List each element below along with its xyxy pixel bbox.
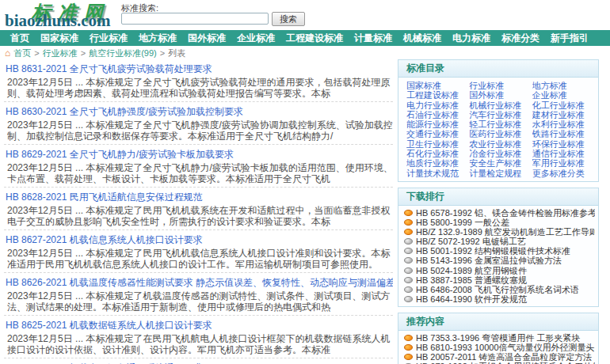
ranking-link[interactable]: HB 3887-1985 普通螺纹塞规 — [416, 275, 527, 285]
site-header: 标准网 biaozhuns.com 标准搜索: 搜索 — [0, 0, 610, 30]
standard-title-link[interactable]: HB 8625-2021 机载数据链系统人机接口设计要求 — [6, 319, 393, 332]
catalog-link[interactable]: 建材行业标准 — [532, 110, 595, 119]
standard-title-link[interactable]: HB 8631-2021 全尺寸飞机疲劳试验载荷处理要求 — [6, 63, 393, 76]
catalog-link[interactable]: 铁路行业标准 — [532, 129, 595, 138]
standard-title-link[interactable]: HB 8629-2021 全尺寸飞机静力/疲劳试验卡板加载要求 — [6, 148, 393, 161]
list-item: HB 8626-2021 机载温度传感器性能测试要求 静态示值误差、恢复特性、动… — [4, 273, 393, 316]
recommended-link[interactable]: HB 6810-1993 10000倍气动量仪用外径测量头 — [416, 343, 595, 352]
catalog-link[interactable]: 企业标准 — [532, 90, 595, 100]
catalog-link[interactable]: 农业行业标准 — [469, 139, 532, 149]
ranking-link[interactable]: HB 5800-1999 一般公差 — [416, 218, 509, 227]
standard-title-link[interactable]: HB 8627-2021 机载信息系统人机接口设计要求 — [6, 233, 393, 247]
rank-badge-icon — [404, 229, 413, 235]
catalog-link[interactable]: 军用行业标准 — [532, 158, 595, 168]
ranking-item: HB 5143-1996 金属室温拉伸试验方法 — [404, 256, 595, 265]
breadcrumb-separator: > — [34, 48, 39, 58]
catalog-link[interactable]: 石化行业标准 — [406, 149, 469, 158]
nav-beginner-guide[interactable]: 新手指引 — [545, 32, 594, 45]
catalog-link[interactable]: 工程建设标准 — [406, 90, 469, 100]
standard-description: 2023年12月5日 ... 本标准规定了全尺寸飞机静强度/疲劳试验协调加载控制… — [4, 120, 393, 142]
catalog-link[interactable]: 轻工行业标准 — [469, 119, 532, 129]
standard-description: 2023年12月5日 ... 本标准规定了民用飞机机载系统在开发和适航过程中，当… — [4, 206, 393, 227]
catalog-grid: 国家标准 行业标准 地方标准 工程建设标准 国外标准 企业标准 电力行业标准 机… — [398, 78, 598, 181]
nav-machinery-standards[interactable]: 机械标准 — [398, 32, 447, 45]
ranking-item: HB 5024-1989 航空用钢锻件 — [404, 266, 595, 275]
catalog-link[interactable]: 能源行业标准 — [406, 119, 469, 129]
ranking-item: HB 6578-1992 铝、镁合金铸件检验用标准参考射 — [404, 208, 595, 218]
catalog-link[interactable]: 冶金行业标准 — [469, 149, 532, 158]
catalog-link[interactable]: 电力行业标准 — [406, 100, 469, 110]
catalog-link[interactable]: 地方标准 — [532, 81, 595, 90]
catalog-link[interactable]: 行业标准 — [469, 81, 532, 90]
breadcrumb-aviation[interactable]: 航空行业标准(99) — [89, 47, 157, 59]
rank-badge-icon — [404, 267, 413, 274]
nav-standard-categories[interactable]: 标准分类 — [496, 32, 545, 45]
rank-badge-icon — [404, 238, 413, 245]
search-button[interactable]: 搜索 — [272, 12, 305, 26]
recommended-link[interactable]: HB 7353.3-1996 弯管模通用件 工形夹紧块 — [416, 333, 580, 343]
standard-title-link[interactable]: HB 8626-2021 机载温度传感器性能测试要求 静态示值误差、恢复特性、动… — [6, 276, 393, 290]
ranking-link[interactable]: HB 5024-1989 航空用钢锻件 — [416, 266, 527, 275]
list-item: HB 8629-2021 全尺寸飞机静力/疲劳试验卡板加载要求 2023年12月… — [4, 145, 393, 188]
standard-description: 2023年12月5日 ... 本标准规定了在民用飞机航电人机接口设计框架下的机载… — [4, 334, 393, 355]
catalog-link[interactable]: 国外标准 — [469, 90, 532, 100]
catalog-link[interactable]: 机械行业标准 — [469, 100, 532, 110]
rank-badge-icon — [404, 335, 413, 341]
standard-description: 2023年12月5日 ... 本标准规定了全尺寸飞机静力/疲劳试验卡板加载的适用… — [4, 163, 393, 184]
panel-download-ranking: 下载排行 HB 6578-1992 铝、镁合金铸件检验用标准参考射 HB 580… — [398, 188, 599, 307]
standard-description: 2023年12月5日 ... 本标准规定了机载温度传感器的测试特性、测试条件、测… — [4, 291, 393, 313]
rank-badge-icon — [404, 219, 413, 226]
ranking-link[interactable]: HB 5001-1992 结构钢锻模锻件技术标准 — [416, 246, 570, 256]
nav-local-standards[interactable]: 地方标准 — [133, 32, 182, 45]
breadcrumb-list: 列表 — [168, 47, 185, 59]
search-input[interactable] — [121, 13, 269, 25]
rank-badge-icon — [404, 296, 413, 302]
standard-title-link[interactable]: HB 8630-2021 全尺寸飞机静强度/疲劳试验加载控制要求 — [6, 105, 393, 119]
catalog-link[interactable]: 石油行业标准 — [406, 110, 469, 119]
ranking-item: HB/Z 5072-1992 电镀锡工艺 — [404, 237, 595, 246]
ranking-link[interactable]: HB/Z 132.9-1989 航空发动机制造工艺工作导则 工 — [416, 227, 595, 237]
ranking-link[interactable]: HB/Z 5072-1992 电镀锡工艺 — [416, 237, 526, 246]
nav-enterprise-standards[interactable]: 企业标准 — [231, 32, 280, 45]
catalog-link[interactable]: 地质行业标准 — [406, 158, 469, 168]
catalog-link[interactable]: 安全生产标准 — [469, 158, 532, 168]
recommended-list: HB 7353.3-1996 弯管模通用件 工形夹紧块 HB 6810-1993… — [398, 331, 598, 364]
catalog-link[interactable]: 化工行业标准 — [532, 100, 595, 110]
ranking-item: HB 6464-1990 软件开发规范 — [404, 294, 595, 304]
ranking-link[interactable]: HB 6578-1992 铝、镁合金铸件检验用标准参考射 — [416, 208, 595, 218]
standard-title-link[interactable]: HB 8628-2021 民用飞机适航信息安保过程规范 — [6, 191, 393, 204]
catalog-link[interactable]: 卫生行业标准 — [406, 139, 469, 149]
ranking-item: HB 6486-2008 飞机飞行控制系统名词术语 — [404, 285, 595, 294]
catalog-link[interactable]: 计量技术规范 — [406, 169, 469, 178]
catalog-link[interactable]: 医药行业标准 — [469, 129, 532, 138]
ranking-link[interactable]: HB 6464-1990 软件开发规范 — [416, 294, 527, 304]
catalog-link[interactable]: 汽车行业标准 — [469, 110, 532, 119]
nav-national-standards[interactable]: 国家标准 — [35, 32, 84, 45]
recommended-item: HB 20057-2011 铸造高温合金晶粒度评定方法 — [404, 352, 595, 362]
site-domain[interactable]: biaozhuns.com — [5, 11, 111, 31]
recommended-link[interactable]: HB 20057-2011 铸造高温合金晶粒度评定方法 — [416, 352, 592, 362]
nav-construction-standards[interactable]: 工程建设标准 — [280, 32, 349, 45]
breadcrumb-industry[interactable]: 行业标准 — [43, 47, 78, 59]
breadcrumb-separator: > — [81, 48, 86, 58]
catalog-link[interactable]: 国家标准 — [406, 81, 469, 90]
list-item: HB 8630-2021 全尺寸飞机静强度/疲劳试验加载控制要求 2023年12… — [4, 102, 393, 145]
standards-list: HB 8631-2021 全尺寸飞机疲劳试验载荷处理要求 2023年12月5日 … — [0, 59, 398, 364]
catalog-link[interactable]: 更多标准分类 — [532, 169, 595, 178]
catalog-link[interactable]: 环保行业标准 — [532, 139, 595, 149]
nav-industry-standards[interactable]: 行业标准 — [84, 32, 133, 45]
page: 标准网 biaozhuns.com 标准搜索: 搜索 首页 国家标准 行业标准 … — [0, 0, 610, 364]
nav-metrology-standards[interactable]: 计量标准 — [349, 32, 398, 45]
nav-electric-standards[interactable]: 电力标准 — [447, 32, 496, 45]
nav-foreign-standards[interactable]: 国外标准 — [182, 32, 231, 45]
nav-home[interactable]: 首页 — [5, 32, 35, 45]
catalog-link[interactable]: 水利行业标准 — [532, 119, 595, 129]
catalog-link[interactable]: 通信行业标准 — [532, 149, 595, 158]
ranking-link[interactable]: HB 5143-1996 金属室温拉伸试验方法 — [416, 256, 562, 265]
rank-badge-icon — [404, 344, 413, 351]
ranking-link[interactable]: HB 6486-2008 飞机飞行控制系统名词术语 — [416, 285, 579, 294]
catalog-link[interactable]: 交通行业标准 — [406, 129, 469, 138]
breadcrumb-home[interactable]: 首页 — [13, 47, 31, 59]
panel-standard-catalog: 标准目录 国家标准 行业标准 地方标准 工程建设标准 国外标准 企业标准 电力行… — [398, 59, 599, 182]
catalog-link[interactable]: 计量检定规程 — [469, 169, 532, 178]
